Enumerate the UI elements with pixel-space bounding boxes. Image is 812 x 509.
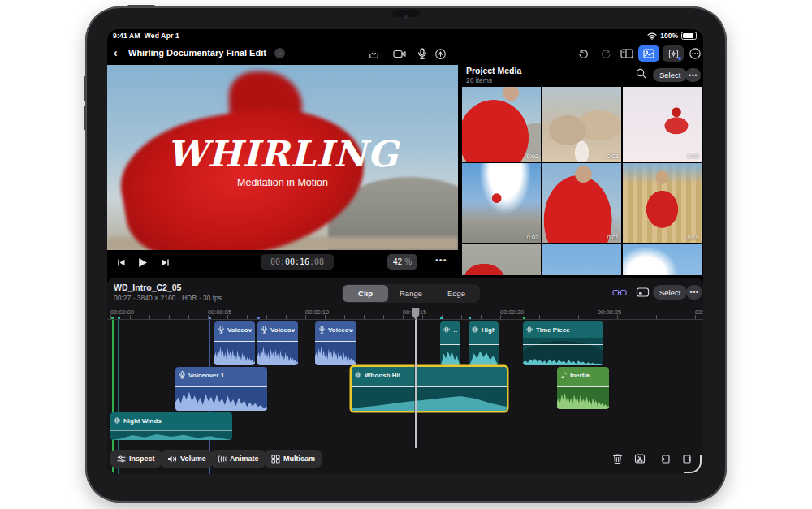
connections-icon[interactable] [611, 284, 628, 300]
multicam-button[interactable]: Multicam [265, 450, 322, 468]
media-thumbnail[interactable] [623, 244, 702, 275]
clip-marker [118, 317, 120, 319]
timeline-clip[interactable]: Time Piece [523, 321, 603, 365]
media-thumbnail[interactable]: 0:10 [623, 163, 702, 243]
clip-marker [111, 317, 114, 319]
front-camera [404, 15, 408, 19]
media-thumbnail[interactable] [462, 244, 541, 275]
date: Wed Apr 1 [145, 32, 179, 40]
clip-marker [257, 317, 260, 319]
effects-badge [678, 57, 681, 60]
media-select-button[interactable]: Select [653, 68, 687, 82]
animate-button[interactable]: Animate [211, 450, 266, 468]
volume-up-button [84, 76, 86, 101]
battery-icon [681, 32, 697, 40]
timeline-clip[interactable]: Inertia [557, 367, 609, 409]
timeline-clip[interactable]: Voiceover 1 [175, 367, 267, 411]
timeline-clip[interactable]: Night Winds [110, 412, 232, 440]
media-more-button[interactable]: ••• [685, 68, 701, 82]
title-chevron-down-icon[interactable]: ⌄ [274, 48, 285, 58]
tab-range[interactable]: Range [388, 285, 434, 302]
media-thumbnail[interactable]: 0:02 [462, 163, 541, 243]
timeline-clip[interactable]: … [440, 321, 460, 365]
media-thumbnail[interactable]: 0:01 [542, 163, 621, 243]
more-icon[interactable] [687, 45, 703, 62]
ipad-frame: 9:41 AMWed Apr 1 100% ‹ Whirling Documen… [85, 6, 727, 503]
timeline-clip-selected[interactable]: Whoosh Hit [352, 367, 507, 411]
timeline-clip-info: 00:27 · 3840 × 2160 · HDR · 30 fps [114, 294, 222, 302]
photos-browser-button[interactable] [638, 45, 659, 62]
viewer-overlay-title: WHIRLING [107, 136, 458, 172]
page: 9:41 AMWed Apr 1 100% ‹ Whirling Documen… [0, 0, 812, 509]
timeline-clip[interactable]: Voiceover 3 [315, 321, 356, 365]
project-media-panel: Project Media 26 items Select ••• 0:02 0… [461, 63, 703, 275]
camera-notch [392, 10, 420, 17]
media-grid: 0:02 0:03 0:02 0:02 0:01 0:10 [462, 87, 702, 275]
media-thumbnail[interactable]: 0:03 [542, 87, 621, 162]
browser-panes-icon[interactable] [619, 45, 635, 62]
media-thumbnail[interactable] [542, 244, 621, 275]
top-toolbar: ‹ Whirling Documentary Final Edit ⌄ [107, 42, 703, 65]
camera-icon[interactable] [391, 45, 408, 62]
redo-icon[interactable] [598, 45, 614, 62]
import-icon[interactable] [365, 45, 382, 62]
blade-icon[interactable] [632, 451, 648, 467]
timeline-select-button[interactable]: Select [653, 285, 687, 300]
search-icon[interactable] [635, 67, 650, 82]
play-button[interactable] [135, 255, 149, 270]
battery-percent: 100% [660, 32, 678, 40]
status-bar: 9:41 AMWed Apr 1 100% [107, 29, 703, 42]
clip-marker [523, 317, 525, 319]
timeline-ruler[interactable]: 00:00:00 00:00:05 00:00:10 00:00:15 00:0… [107, 308, 703, 320]
timecode-display[interactable]: 00:00:16:08 [261, 254, 334, 270]
volume-button[interactable]: Volume [161, 450, 213, 468]
timeline-more-button[interactable]: ••• [686, 285, 702, 300]
clip-marker [209, 317, 211, 319]
insert-clip-icon[interactable] [656, 451, 672, 467]
clock: 9:41 AM [113, 32, 140, 40]
edit-mode-segmented-control: Clip Range Edge [342, 284, 480, 303]
clip-marker [440, 317, 443, 319]
back-button[interactable]: ‹ [114, 46, 125, 59]
media-thumbnail[interactable]: 0:02 [462, 87, 541, 162]
viewer[interactable]: WHIRLING Meditation in Motion [107, 65, 458, 250]
clip-marker [469, 317, 471, 319]
trash-icon[interactable] [609, 451, 625, 467]
timeline-clip-name: WD_Intro_C2_05 [114, 283, 181, 292]
live-drawing-icon[interactable] [432, 45, 448, 62]
project-title[interactable]: Whirling Documentary Final Edit [128, 48, 266, 58]
skip-back-icon[interactable] [114, 255, 128, 270]
media-thumbnail[interactable]: 0:02 [623, 87, 702, 162]
skip-forward-icon[interactable] [158, 255, 172, 270]
effects-button[interactable] [663, 45, 684, 62]
timeline-panel: WD_Intro_C2_05 00:27 · 3840 × 2160 · HDR… [107, 278, 703, 474]
viewer-overlay-subtitle: Meditation in Motion [107, 177, 458, 188]
undo-icon[interactable] [575, 45, 591, 62]
timeline-clip[interactable]: High… [469, 321, 499, 365]
wifi-icon [647, 32, 657, 40]
timeline-bottom-toolbar: Inspect Volume Animate Multicam [107, 445, 703, 474]
viewer-zoom-control[interactable]: 42% [387, 254, 417, 270]
power-button [127, 5, 155, 7]
microphone-icon[interactable] [414, 45, 430, 62]
screen: 9:41 AMWed Apr 1 100% ‹ Whirling Documen… [107, 29, 703, 474]
playhead[interactable] [415, 308, 417, 448]
viewer-more-icon[interactable]: ••• [435, 255, 447, 265]
volume-down-button [84, 106, 86, 130]
inspect-button[interactable]: Inspect [110, 450, 162, 468]
timeline-clip[interactable]: Voiceover 2 [257, 321, 298, 365]
tab-edge[interactable]: Edge [434, 285, 479, 302]
tab-clip[interactable]: Clip [343, 285, 388, 302]
overlay-icon[interactable] [633, 284, 651, 300]
timeline-clip[interactable]: Voiceover 2 [214, 321, 255, 365]
playback-bar: 00:00:16:08 42% ••• [107, 250, 458, 274]
media-item-count: 26 items [466, 76, 492, 84]
media-panel-title: Project Media [466, 66, 521, 75]
